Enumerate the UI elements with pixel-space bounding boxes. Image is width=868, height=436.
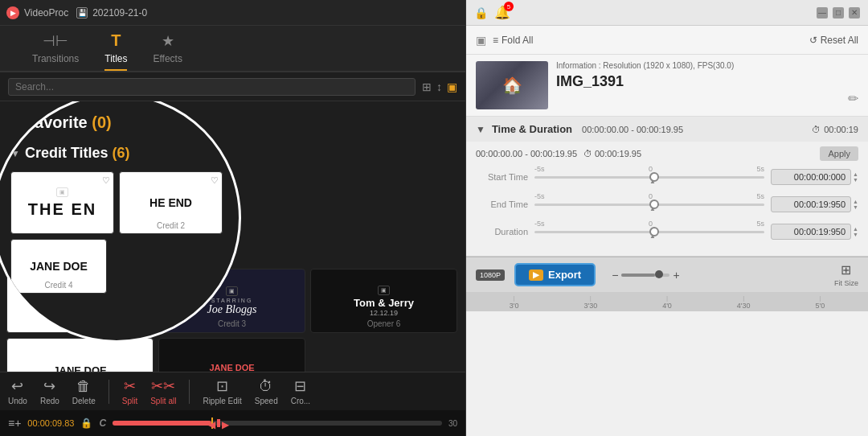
save-icon[interactable]: 💾 [76,7,88,19]
zoom-slider-thumb[interactable] [655,270,663,278]
tick-neg-end: -5s [534,192,545,200]
ripple-edit-button[interactable]: ⊡ Ripple Edit [203,377,241,405]
timeline-time: 00:00:09.83 [27,418,74,428]
spin-up-end[interactable]: ▲ [853,199,858,204]
zoom-credit4-card[interactable]: JANE DOE Credit 4 [10,239,107,294]
heart-icon[interactable]: ♡ [102,175,110,186]
duration-arrow: ▲ [649,232,656,240]
favorite-count: (0) [92,113,111,131]
credit4-card[interactable]: JANE DOE Credit 4 [6,338,154,372]
right-title-bar: 🔒 🔔 5 — □ ✕ [466,0,868,26]
undo-button[interactable]: ↩ Undo [8,377,27,405]
split-icon: ✂ [124,377,136,395]
start-time-label: Start Time [476,172,528,182]
spin-down-dur[interactable]: ▼ [853,232,858,237]
fit-size-button[interactable]: ⊞ Fit Size [834,262,858,287]
spin-up-dur[interactable]: ▲ [853,226,858,232]
title-bar: ▶ VideoProc 💾 202109-21-0 [0,0,465,26]
close-button[interactable]: ✕ [849,7,860,19]
add-track-icon[interactable]: ≡+ [8,417,21,430]
export-button[interactable]: ▶ Export [514,263,596,286]
end-time-ticks: -5s 0 5s [534,192,764,200]
timeline-markers: ◀ ▶ [208,419,229,430]
lock-icon-right: 🔒 [474,6,488,19]
start-time-arrow: ▲ [649,178,656,185]
start-time-input[interactable] [771,169,851,185]
panel-icon: ▣ [476,34,486,47]
file-name: 202109-21-0 [92,7,147,19]
end-time-slider[interactable]: -5s 0 5s ▲ [534,193,764,216]
starring-text: STARRING [211,298,253,303]
reset-all-button[interactable]: ↺ Reset All [809,35,858,46]
timeline-bar[interactable]: ◀ ▶ [113,421,442,426]
titles-icon: T [111,31,121,50]
spin-down-end[interactable]: ▼ [853,204,858,210]
tick-pos-dur: 5s [757,220,765,228]
fit-size-icon: ⊞ [841,262,851,278]
end-time-input[interactable] [771,196,851,212]
opener6-label: Opener 6 [367,319,401,328]
tab-effects[interactable]: ★ Effects [153,32,182,71]
zoom-minus-icon[interactable]: − [612,269,618,282]
ripple-edit-icon: ⊡ [216,377,228,395]
split-button[interactable]: ✂ Split [122,377,137,405]
tom-jerry-date: 12.12.19 [370,309,398,317]
apply-button[interactable]: Apply [820,146,858,161]
speed-icon: ⏱ [259,378,273,395]
video-thumb-img: 🏠 [476,61,548,109]
c-icon[interactable]: C [99,417,106,429]
nav-tabs: ⊣⊢ Transitions T Titles ★ Effects [0,26,465,72]
start-time-spinner[interactable]: ▲ ▼ [853,171,858,183]
opener6-card[interactable]: ▣ Tom & Jerry 12.12.19 Opener 6 [310,269,457,333]
delete-icon: 🗑 [76,378,91,395]
edit-icon[interactable]: ✏ [848,91,858,106]
jane-doe-text: JANE DOE [53,364,106,372]
duration-spinner[interactable]: ▲ ▼ [853,226,858,237]
tab-transitions[interactable]: ⊣⊢ Transitions [32,32,79,71]
minimize-button[interactable]: — [817,7,828,19]
spin-down[interactable]: ▼ [853,177,858,183]
tab-titles[interactable]: T Titles [104,31,127,71]
time-duration-title: Time & Duration [492,123,572,135]
crop-button[interactable]: ⊟ Cro... [291,377,310,405]
zoom-plus-icon[interactable]: + [673,269,679,282]
the-end-zoom-text: THE EN [28,200,96,219]
spin-up[interactable]: ▲ [853,171,858,177]
credit2-label: Credit 2 [120,221,222,230]
filter-icon[interactable]: ▣ [447,80,457,93]
speed-button[interactable]: ⏱ Speed [255,378,278,405]
timeline-ruler: 3'0 3'30 4'0 4'30 5'0 [466,292,868,311]
separator-2 [189,380,190,404]
grid-view-icon[interactable]: ⊞ [422,80,432,93]
fit-size-label: Fit Size [834,279,858,287]
end-time-spinner[interactable]: ▲ ▼ [853,199,858,210]
lock-icon[interactable]: 🔒 [80,417,92,429]
time-controls: 00:00:00.00 - 00:00:19.95 ⏱ 00:00:19.95 … [466,142,868,256]
redo-button[interactable]: ↪ Redo [40,377,59,405]
tab-effects-label: Effects [153,53,182,64]
start-time-slider[interactable]: -5s 0 5s ▲ [534,166,764,188]
zoom-credit2-card[interactable]: HE END ♡ Credit 2 [119,171,223,234]
duration-input[interactable] [771,224,851,240]
zoom-credit1-card[interactable]: ▣ THE EN ♡ [10,171,114,234]
split-all-icon: ✂✂ [151,377,175,395]
maximize-button[interactable]: □ [833,7,844,19]
duration-slider[interactable]: -5s 0 5s ▲ [534,220,764,243]
duration-ticks: -5s 0 5s [534,220,764,228]
ruler-mark-5: 5'0 [782,294,858,310]
ruler-marks: 3'0 3'30 4'0 4'30 5'0 [476,294,858,310]
time-duration-header[interactable]: ▼ Time & Duration 00:00:00.00 - 00:00:19… [466,117,868,142]
split-all-button[interactable]: ✂✂ Split all [150,377,176,405]
search-icons: ⊞ ↕ ▣ [422,80,457,93]
fold-all-button[interactable]: ≡ Fold All [493,35,533,46]
credit5-card[interactable]: JANE DOE DIRECTED BY Credit 5 [158,338,305,372]
search-input[interactable] [8,78,416,96]
start-time-row: Start Time -5s 0 5s ▲ ▲ ▼ [476,166,858,188]
zoom-slider[interactable] [621,274,669,277]
resolution-badge: 1080P [476,269,505,281]
tab-titles-label: Titles [104,53,127,64]
delete-button[interactable]: 🗑 Delete [72,378,96,405]
sort-icon[interactable]: ↕ [436,80,442,93]
credit3-label: Credit 3 [218,319,246,328]
heart-icon-2[interactable]: ♡ [211,175,219,186]
